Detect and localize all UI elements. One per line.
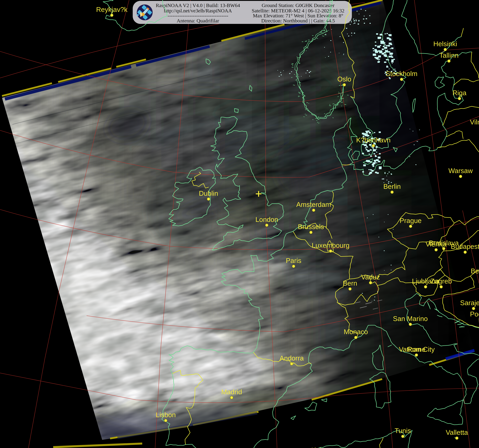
svg-text:Tallinn: Tallinn xyxy=(439,52,459,59)
svg-text:San Marino: San Marino xyxy=(393,315,428,322)
svg-text:Paris: Paris xyxy=(286,257,301,265)
svg-text:Sarajevo: Sarajevo xyxy=(460,299,479,307)
svg-text:Madrid: Madrid xyxy=(221,388,242,396)
svg-text:Direction: Northbound | | Gain: Direction: Northbound | | Gain: 44.5 xyxy=(261,18,335,24)
svg-text:Budapest: Budapest xyxy=(451,243,479,250)
svg-text:London: London xyxy=(255,216,278,223)
svg-text:RaspiNOAA V2 | V4.0 | Build: 1: RaspiNOAA V2 | V4.0 | Build: 13-BW64 xyxy=(156,2,240,8)
svg-text:Oslo: Oslo xyxy=(337,75,351,83)
svg-text:Algiers: Algiers xyxy=(310,446,331,448)
svg-text:Antenna: Quadrifilar: Antenna: Quadrifilar xyxy=(177,18,219,24)
svg-text:Luxembourg: Luxembourg xyxy=(312,242,350,249)
svg-text:Andorra: Andorra xyxy=(279,354,304,362)
svg-text:Podgorica: Podgorica xyxy=(470,310,479,318)
svg-text:Reykjav?k: Reykjav?k xyxy=(96,6,127,13)
svg-text:Warsaw: Warsaw xyxy=(448,167,473,175)
svg-text:Helsinki: Helsinki xyxy=(433,40,457,48)
svg-text:Monaco: Monaco xyxy=(344,328,368,336)
svg-text:Valletta: Valletta xyxy=(446,428,468,436)
svg-text:Stockholm: Stockholm xyxy=(386,70,418,77)
svg-text:Vaduz: Vaduz xyxy=(361,273,380,281)
svg-text:Vatican City: Vatican City xyxy=(399,346,435,353)
svg-text:K?benhavn: K?benhavn xyxy=(356,136,391,144)
svg-text:Dublin: Dublin xyxy=(199,190,218,197)
svg-text:Brussels: Brussels xyxy=(298,223,324,231)
svg-text:------------------------------: ------------------------------------ xyxy=(167,13,228,18)
svg-text:Vilnius: Vilnius xyxy=(470,118,479,126)
svg-text:Berlin: Berlin xyxy=(383,183,401,190)
svg-text:Lisbon: Lisbon xyxy=(156,411,176,419)
svg-text:Prague: Prague xyxy=(399,217,421,224)
svg-text:Belgrade: Belgrade xyxy=(471,267,479,275)
svg-text:Ground Station: G0GHK Doncaste: Ground Station: G0GHK Doncaster xyxy=(262,2,334,8)
svg-text:Bern: Bern xyxy=(343,279,357,287)
svg-text:Amsterdam: Amsterdam xyxy=(296,201,331,208)
svg-text:Tunis: Tunis xyxy=(395,427,411,434)
svg-text:Riga: Riga xyxy=(452,89,466,97)
svg-text:Zagreb: Zagreb xyxy=(430,277,452,285)
